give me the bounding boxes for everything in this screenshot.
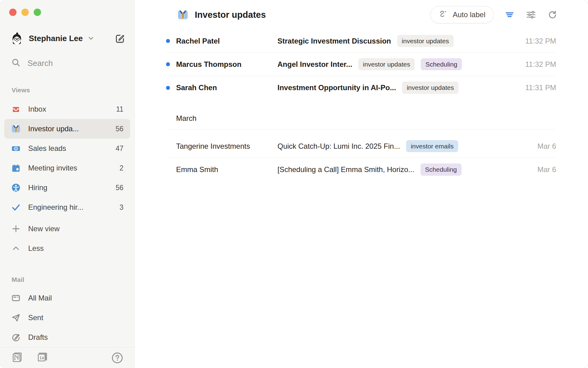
sidebar-item-label: Meeting invites — [28, 164, 119, 172]
label-tag[interactable]: investor updates — [397, 35, 454, 47]
zoom-window-button[interactable] — [34, 9, 41, 16]
avatar — [10, 32, 23, 45]
sidebar-item-sales-leads[interactable]: Sales leads 47 — [4, 139, 130, 158]
sidebar-item-label: Drafts — [28, 333, 123, 342]
email-list: Rachel Patel Strategic Investment Discus… — [135, 29, 588, 181]
help-icon[interactable] — [111, 352, 123, 364]
close-window-button[interactable] — [9, 9, 17, 16]
new-view-button[interactable]: New view — [4, 219, 130, 239]
sidebar: Stephanie Lee Search Views — [0, 0, 135, 368]
calendar-icon — [11, 163, 21, 173]
mail-section-label: Mail — [12, 276, 134, 283]
email-row[interactable]: Sarah Chen Investment Opportunity in AI-… — [166, 76, 556, 99]
sidebar-footer: 14 — [0, 347, 134, 368]
sidebar-item-investor-updates[interactable]: Investor upda... 56 — [4, 119, 130, 139]
unread-dot — [166, 86, 170, 90]
month-section-header: March — [166, 99, 556, 129]
new-view-label: New view — [28, 224, 123, 233]
sidebar-item-label: Hiring — [28, 183, 115, 192]
page-title: Investor updates — [195, 10, 266, 20]
label-tag[interactable]: investor emails — [406, 140, 458, 152]
sidebar-item-drafts[interactable]: Drafts — [4, 328, 130, 347]
sidebar-item-sent[interactable]: Sent — [4, 308, 130, 328]
sidebar-item-label: Inbox — [28, 105, 116, 113]
filter-icon[interactable] — [504, 9, 515, 20]
necktie-icon — [11, 124, 21, 134]
profile-name: Stephanie Lee — [29, 34, 83, 43]
minimize-window-button[interactable] — [21, 9, 29, 16]
unread-dot — [166, 62, 170, 66]
necktie-icon — [177, 9, 189, 21]
views-section-label: Views — [12, 86, 134, 94]
views-nav: Inbox 11 Investor upda... 56 — [4, 99, 130, 217]
label-tag[interactable]: Scheduling — [420, 163, 462, 175]
sidebar-item-count: 2 — [119, 164, 123, 172]
window-controls — [9, 9, 134, 16]
email-sender: Rachel Patel — [176, 37, 277, 45]
sidebar-item-count: 56 — [115, 125, 123, 133]
svg-text:14: 14 — [40, 356, 44, 360]
email-sender: Marcus Thompson — [176, 60, 277, 69]
sidebar-item-inbox[interactable]: Inbox 11 — [4, 99, 130, 119]
plus-icon — [11, 224, 21, 234]
email-subject: Angel Investor Inter... — [277, 60, 352, 69]
sidebar-item-meeting-invites[interactable]: Meeting invites 2 — [4, 158, 130, 178]
email-subject: [Scheduling a Call] Emma Smith, Horizo..… — [277, 165, 414, 174]
email-sender: Emma Smith — [176, 165, 277, 174]
auto-label-button[interactable]: Auto label — [430, 6, 494, 23]
account-switcher[interactable]: Stephanie Lee — [10, 32, 125, 45]
auto-label-text: Auto label — [453, 10, 485, 19]
sidebar-item-label: Investor upda... — [28, 125, 115, 133]
views-actions: New view Less — [4, 219, 130, 258]
email-sender: Sarah Chen — [176, 83, 277, 92]
notion-app-icon[interactable] — [11, 351, 23, 365]
refresh-icon[interactable] — [547, 9, 558, 20]
sidebar-item-label: Sent — [28, 313, 123, 322]
email-row[interactable]: Marcus Thompson Angel Investor Inter... … — [166, 53, 556, 76]
checkmark-icon — [11, 202, 21, 212]
label-tag[interactable]: Scheduling — [421, 58, 462, 70]
main-panel: Investor updates Auto label — [135, 0, 588, 368]
compose-button[interactable] — [115, 33, 125, 44]
sidebar-item-hiring[interactable]: Hiring 56 — [4, 178, 130, 197]
sidebar-item-engineering-hiring[interactable]: Engineering hir... 3 — [4, 197, 130, 217]
email-time: 11:32 PM — [518, 60, 556, 69]
sidebar-item-count: 47 — [115, 144, 123, 153]
person-circle-icon — [11, 183, 21, 193]
sidebar-item-count: 56 — [115, 184, 123, 192]
email-row[interactable]: Tangerine Investments Quick Catch-Up: Lu… — [166, 135, 556, 158]
email-time: 11:32 PM — [518, 37, 556, 45]
less-label: Less — [28, 244, 123, 253]
notion-calendar-icon[interactable]: 14 — [36, 351, 48, 365]
header-actions: Auto label — [430, 6, 558, 23]
email-sender: Tangerine Investments — [176, 142, 277, 151]
email-subject: Investment Opportunity in AI-Po... — [277, 83, 396, 92]
inbox-icon — [11, 104, 21, 114]
less-button[interactable]: Less — [4, 239, 130, 258]
chevron-up-icon — [11, 243, 21, 253]
sidebar-item-label: All Mail — [28, 294, 123, 302]
sidebar-item-all-mail[interactable]: All Mail — [4, 288, 130, 308]
email-subject: Strategic Investment Discussion — [277, 37, 391, 45]
label-tag[interactable]: investor updates — [402, 82, 458, 94]
label-tag[interactable]: investor updates — [358, 58, 415, 70]
app-window: Stephanie Lee Search Views — [0, 0, 588, 368]
auto-label-icon — [439, 10, 448, 20]
paper-plane-icon — [11, 313, 21, 323]
search-button[interactable]: Search — [11, 58, 125, 69]
unread-dot — [166, 39, 170, 43]
mail-nav: All Mail Sent Drafts — [4, 288, 130, 347]
sidebar-item-label: Sales leads — [28, 144, 115, 153]
display-settings-icon[interactable] — [526, 9, 537, 20]
mail-icon — [11, 293, 21, 303]
search-label: Search — [28, 59, 53, 68]
banknote-icon — [11, 144, 21, 153]
email-time: Mar 6 — [530, 142, 556, 151]
email-subject: Quick Catch-Up: Lumi Inc. 2025 Fin... — [277, 142, 400, 151]
email-time: 11:31 PM — [518, 83, 556, 92]
email-row[interactable]: Emma Smith [Scheduling a Call] Emma Smit… — [166, 158, 556, 181]
email-row[interactable]: Rachel Patel Strategic Investment Discus… — [166, 29, 556, 53]
draft-pencil-icon — [11, 332, 21, 342]
chevron-down-icon — [87, 34, 95, 42]
sidebar-item-label: Engineering hir... — [28, 203, 119, 212]
